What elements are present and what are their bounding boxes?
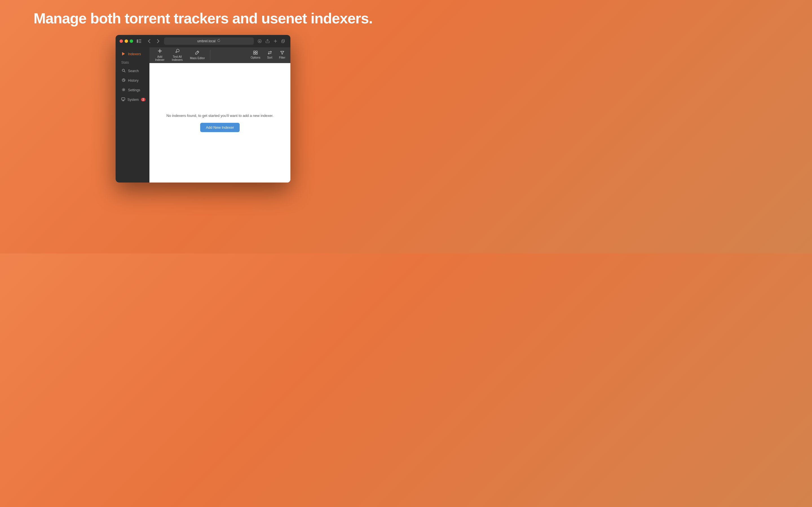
options-button[interactable]: Options — [248, 49, 263, 61]
reload-icon[interactable] — [217, 39, 220, 43]
toolbar-right: Options Sort Filter — [248, 49, 288, 61]
mass-editor-label: Mass Editor — [190, 57, 205, 60]
play-icon — [121, 52, 126, 56]
toolbar-actions: AddIndexer Test AllIndexers — [152, 47, 248, 63]
sidebar-toggle-button[interactable] — [136, 38, 142, 44]
grid-icon — [253, 51, 258, 55]
sidebar-item-history[interactable]: History — [117, 76, 148, 85]
toolbar-separator — [210, 50, 210, 60]
duplicate-button[interactable] — [280, 38, 287, 44]
traffic-light-minimize[interactable] — [124, 40, 128, 43]
wrench-icon — [175, 49, 180, 54]
content-area: No indexers found, to get started you'll… — [149, 63, 290, 182]
filter-icon — [280, 51, 284, 55]
test-all-indexers-button[interactable]: Test AllIndexers — [168, 47, 186, 63]
share-button[interactable] — [264, 38, 271, 44]
svg-line-13 — [124, 71, 125, 72]
download-button[interactable] — [257, 38, 263, 44]
sort-button[interactable]: Sort — [264, 49, 275, 61]
svg-point-15 — [123, 89, 124, 90]
clock-icon — [121, 78, 126, 83]
options-label: Options — [251, 56, 260, 59]
app-window: Indexers Stats Search History — [116, 47, 290, 182]
browser-window: umbrel.local — [116, 35, 290, 182]
mass-editor-icon — [195, 50, 200, 56]
toolbar: AddIndexer Test AllIndexers — [149, 47, 290, 63]
traffic-lights — [119, 40, 133, 43]
new-tab-button[interactable] — [272, 38, 278, 44]
sidebar-item-system-label: System — [128, 98, 139, 102]
sidebar-item-indexers-label: Indexers — [128, 52, 141, 56]
empty-state-message: No indexers found, to get started you'll… — [166, 114, 273, 118]
add-indexer-label: AddIndexer — [155, 55, 164, 61]
svg-rect-0 — [137, 40, 138, 43]
url-text: umbrel.local — [197, 39, 216, 43]
sidebar-item-stats-label: Stats — [121, 61, 129, 64]
sidebar-item-stats[interactable]: Stats — [116, 59, 149, 66]
sort-label: Sort — [267, 56, 272, 59]
svg-rect-2 — [139, 41, 141, 41]
traffic-light-close[interactable] — [119, 40, 123, 43]
filter-button[interactable]: Filter — [276, 49, 288, 61]
sidebar-item-system[interactable]: System 2 — [117, 95, 148, 104]
svg-rect-24 — [253, 53, 255, 54]
plus-icon — [158, 49, 162, 54]
sidebar-item-search-label: Search — [128, 69, 139, 73]
browser-chrome: umbrel.local — [116, 35, 290, 47]
monitor-icon — [121, 98, 125, 102]
sidebar-item-indexers[interactable]: Indexers — [117, 50, 148, 59]
sidebar-item-settings[interactable]: Settings — [117, 86, 148, 95]
test-all-indexers-label: Test AllIndexers — [172, 55, 183, 61]
svg-rect-23 — [256, 51, 257, 52]
svg-rect-16 — [121, 98, 125, 100]
traffic-light-maximize[interactable] — [130, 40, 133, 43]
svg-rect-1 — [139, 40, 141, 40]
sort-icon — [268, 51, 272, 55]
system-badge: 2 — [141, 98, 146, 101]
sidebar: Indexers Stats Search History — [116, 47, 149, 182]
hero-title: Manage both torrent trackers and usenet … — [11, 0, 395, 35]
back-button[interactable] — [146, 38, 152, 44]
search-icon — [121, 69, 126, 73]
add-new-indexer-button[interactable]: Add New Indexer — [200, 123, 240, 132]
filter-label: Filter — [279, 56, 285, 59]
svg-rect-9 — [282, 40, 285, 42]
svg-marker-28 — [281, 51, 284, 54]
sidebar-item-settings-label: Settings — [128, 88, 140, 92]
main-content: AddIndexer Test AllIndexers — [149, 47, 290, 182]
add-indexer-button[interactable]: AddIndexer — [152, 47, 168, 63]
address-bar[interactable]: umbrel.local — [164, 38, 254, 45]
sidebar-item-history-label: History — [128, 78, 139, 82]
settings-icon — [121, 88, 126, 93]
svg-rect-22 — [253, 51, 255, 52]
svg-line-21 — [197, 52, 199, 53]
svg-rect-10 — [282, 40, 284, 43]
svg-rect-3 — [139, 42, 141, 43]
browser-actions — [257, 38, 287, 44]
sidebar-item-search[interactable]: Search — [117, 66, 148, 75]
forward-button[interactable] — [155, 38, 161, 44]
svg-rect-25 — [256, 53, 257, 54]
mass-editor-button[interactable]: Mass Editor — [187, 48, 208, 61]
svg-marker-11 — [122, 52, 125, 55]
